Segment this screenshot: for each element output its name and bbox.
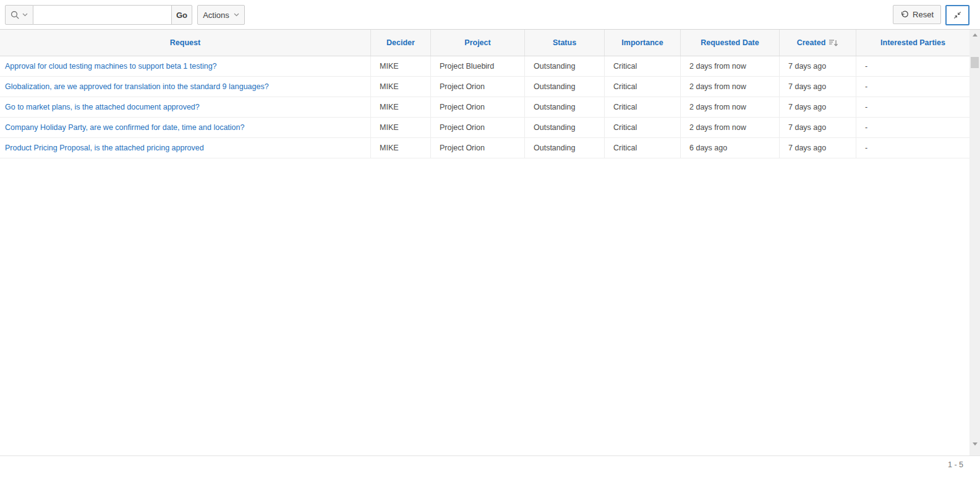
cell-requested_date: 2 days from now [681,118,780,138]
interactive-report-page: Go Actions Reset [0,0,980,479]
column-header-importance[interactable]: Importance [605,30,681,56]
request-link[interactable]: Company Holiday Party, are we confirmed … [5,123,244,132]
column-header-label: Decider [386,38,415,47]
table-body: Approval for cloud testing machines to s… [0,56,969,158]
cell-interested_parties: - [856,118,969,138]
actions-button-label: Actions [203,11,229,20]
report-footer: 1 - 5 [0,455,980,479]
column-header-request[interactable]: Request [0,30,371,56]
cell-decider: MIKE [371,97,431,118]
toolbar-right-group: Reset [893,5,969,25]
scrollbar-thumb[interactable] [971,57,979,68]
go-button[interactable]: Go [171,5,192,25]
cell-request: Approval for cloud testing machines to s… [0,56,371,77]
request-link[interactable]: Approval for cloud testing machines to s… [5,62,217,71]
cell-status: Outstanding [525,97,605,118]
cell-created: 7 days ago [780,118,856,138]
request-link[interactable]: Globalization, are we approved for trans… [5,82,269,91]
scroll-up-arrow[interactable] [969,30,980,40]
table-row: Go to market plans, is the attached docu… [0,97,969,118]
table-header-row: RequestDeciderProjectStatusImportanceReq… [0,30,969,56]
cell-project: Project Orion [431,138,525,158]
request-link[interactable]: Go to market plans, is the attached docu… [5,103,200,111]
cell-decider: MIKE [371,56,431,77]
scroll-down-arrow[interactable] [969,439,980,449]
column-header-label: Importance [621,38,663,47]
cell-project: Project Orion [431,97,525,118]
magnifier-icon [11,11,20,20]
column-header-status[interactable]: Status [525,30,605,56]
sort-descending-icon [829,38,838,47]
vertical-scrollbar[interactable] [969,30,980,455]
cell-status: Outstanding [525,118,605,138]
cell-interested_parties: - [856,77,969,97]
search-column-select-button[interactable] [5,5,33,25]
cell-request: Company Holiday Party, are we confirmed … [0,118,371,138]
cell-created: 7 days ago [780,138,856,158]
table-row: Globalization, are we approved for trans… [0,77,969,97]
cell-created: 7 days ago [780,56,856,77]
cell-request: Go to market plans, is the attached docu… [0,97,371,118]
search-group: Go [5,5,192,25]
request-link[interactable]: Product Pricing Proposal, is the attache… [5,144,204,152]
column-header-label: Request [170,38,200,47]
column-header-label: Status [553,38,576,47]
cell-interested_parties: - [856,56,969,77]
cell-importance: Critical [605,77,681,97]
search-toolbar: Go Actions Reset [0,0,980,30]
column-header-requested_date[interactable]: Requested Date [681,30,780,56]
restore-region-button[interactable] [945,5,969,25]
cell-requested_date: 2 days from now [681,77,780,97]
column-header-decider[interactable]: Decider [371,30,431,56]
cell-interested_parties: - [856,138,969,158]
reset-button[interactable]: Reset [893,5,941,24]
column-header-label: Created [797,38,826,47]
chevron-down-icon [234,13,239,17]
cell-project: Project Orion [431,77,525,97]
report-table: RequestDeciderProjectStatusImportanceReq… [0,30,969,158]
table-row: Product Pricing Proposal, is the attache… [0,138,969,158]
cell-importance: Critical [605,138,681,158]
cell-importance: Critical [605,56,681,77]
collapse-icon [953,11,962,20]
cell-decider: MIKE [371,138,431,158]
cell-created: 7 days ago [780,77,856,97]
cell-status: Outstanding [525,138,605,158]
column-header-project[interactable]: Project [431,30,525,56]
actions-button[interactable]: Actions [197,5,245,25]
cell-status: Outstanding [525,56,605,77]
cell-importance: Critical [605,118,681,138]
table-row: Company Holiday Party, are we confirmed … [0,118,969,138]
column-header-label: Project [464,38,490,47]
cell-status: Outstanding [525,77,605,97]
cell-decider: MIKE [371,77,431,97]
column-header-created[interactable]: Created [780,30,856,56]
cell-project: Project Orion [431,118,525,138]
column-header-label: Requested Date [701,38,759,47]
cell-interested_parties: - [856,97,969,118]
cell-decider: MIKE [371,118,431,138]
search-input[interactable] [33,5,172,25]
column-header-label: Interested Parties [880,38,945,47]
cell-importance: Critical [605,97,681,118]
pagination-label: 1 - 5 [948,460,963,469]
cell-request: Globalization, are we approved for trans… [0,77,371,97]
cell-requested_date: 2 days from now [681,97,780,118]
reset-icon [900,11,909,19]
column-header-interested_parties[interactable]: Interested Parties [856,30,969,56]
cell-project: Project Bluebird [431,56,525,77]
cell-requested_date: 2 days from now [681,56,780,77]
cell-created: 7 days ago [780,97,856,118]
table-row: Approval for cloud testing machines to s… [0,56,969,77]
chevron-down-icon [22,13,28,17]
cell-request: Product Pricing Proposal, is the attache… [0,138,371,158]
cell-requested_date: 6 days ago [681,138,780,158]
reset-button-label: Reset [913,10,934,19]
